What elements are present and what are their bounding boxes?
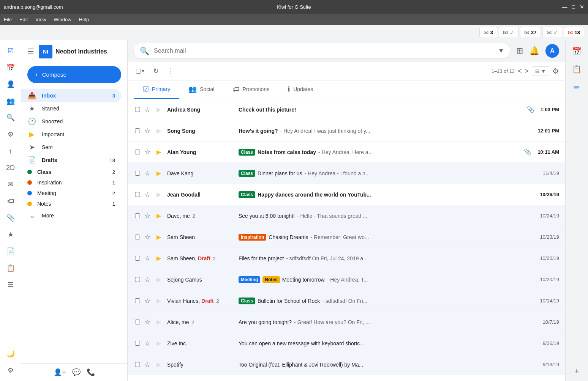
rail-settings-icon[interactable]: ⚙ bbox=[3, 363, 18, 378]
email-checkbox-6[interactable] bbox=[134, 235, 141, 239]
star-icon-9[interactable]: ☆ bbox=[144, 297, 153, 305]
avatar[interactable]: A bbox=[545, 44, 559, 58]
rail-star-icon[interactable]: ★ bbox=[3, 227, 18, 242]
sidebar-item-starred[interactable]: ★ Starred bbox=[21, 102, 121, 115]
important-icon-1[interactable]: ▶ bbox=[156, 127, 164, 134]
email-checkbox-2[interactable] bbox=[134, 150, 141, 154]
star-icon-0[interactable]: ☆ bbox=[144, 105, 153, 114]
sidebar-item-inspiration[interactable]: Inspiration 1 bbox=[21, 177, 121, 188]
footer-phone-icon[interactable]: 📞 bbox=[87, 368, 95, 376]
email-checkbox-4[interactable] bbox=[134, 192, 141, 197]
rail-calendar-icon[interactable]: 📅 bbox=[3, 60, 18, 75]
rail-tag-icon[interactable]: 🏷 bbox=[3, 194, 18, 209]
email-row-8[interactable]: ☆▶Sejong CamusMeetingNotesMeeting tomorr… bbox=[128, 269, 565, 290]
rail-arrow-icon[interactable]: ↑ bbox=[3, 143, 18, 159]
right-panel-add-button[interactable]: + bbox=[570, 364, 584, 378]
sidebar-item-more[interactable]: ⌄ More bbox=[21, 209, 121, 222]
tab-promotions[interactable]: 🏷 Promotions bbox=[223, 80, 278, 99]
badge-btn-3[interactable]: ✉ 27 bbox=[520, 27, 541, 38]
select-all-button[interactable]: ▼ bbox=[134, 64, 147, 78]
star-icon-1[interactable]: ☆ bbox=[144, 127, 153, 135]
email-row-1[interactable]: ☆▶Song SongHow's it going? - Hey Andrea!… bbox=[128, 120, 565, 142]
rail-clip-icon[interactable]: 📎 bbox=[3, 210, 18, 225]
rail-filter-icon[interactable]: ⚙ bbox=[3, 127, 18, 142]
notifications-icon[interactable]: 🔔 bbox=[529, 46, 539, 56]
email-row-3[interactable]: ☆▶Dave KangClassDinner plans for us - He… bbox=[128, 163, 565, 184]
menu-edit[interactable]: Edit bbox=[19, 17, 28, 22]
email-checkbox-11[interactable] bbox=[134, 341, 141, 346]
rail-moon-icon[interactable]: 🌙 bbox=[3, 346, 18, 361]
star-icon-2[interactable]: ☆ bbox=[144, 148, 153, 156]
email-row-9[interactable]: ☆▶Vivian Hanes, Draft 2ClassBulletin for… bbox=[128, 290, 565, 312]
important-icon-0[interactable]: ▶ bbox=[156, 106, 164, 113]
sidebar-item-notes[interactable]: Notes 1 bbox=[21, 198, 121, 209]
important-icon-10[interactable]: ▶ bbox=[156, 318, 164, 326]
rail-doc-icon[interactable]: 📄 bbox=[3, 244, 18, 259]
email-row-2[interactable]: ☆▶Alan YoungClassNotes from calss today … bbox=[128, 142, 565, 163]
select-dropdown-icon[interactable]: ▼ bbox=[141, 69, 145, 73]
email-checkbox-8[interactable] bbox=[134, 277, 141, 282]
star-icon-4[interactable]: ☆ bbox=[144, 190, 153, 199]
email-checkbox-3[interactable] bbox=[134, 171, 141, 176]
right-panel-notes-icon[interactable]: 📋 bbox=[569, 61, 585, 77]
important-icon-8[interactable]: ▶ bbox=[156, 276, 164, 283]
important-icon-5[interactable]: ▶ bbox=[156, 212, 164, 219]
important-icon-4[interactable]: ▶ bbox=[156, 191, 164, 198]
minimize-button[interactable]: — bbox=[562, 4, 567, 10]
rail-contacts-icon[interactable]: 👤 bbox=[3, 77, 18, 92]
compose-button[interactable]: + Compose bbox=[27, 66, 121, 83]
email-checkbox-10[interactable] bbox=[134, 320, 141, 324]
next-page-button[interactable]: > bbox=[525, 67, 529, 75]
important-icon-3[interactable]: ▶ bbox=[156, 170, 164, 177]
tab-updates[interactable]: ℹ Updates bbox=[278, 80, 322, 99]
important-icon-7[interactable]: ▶ bbox=[156, 255, 164, 262]
rail-mail2-icon[interactable]: ✉ bbox=[3, 177, 18, 192]
footer-chat-icon[interactable]: 💬 bbox=[72, 368, 81, 376]
star-icon-11[interactable]: ☆ bbox=[144, 339, 153, 348]
footer-add-person-icon[interactable]: 👤+ bbox=[54, 368, 66, 376]
right-panel-edit-icon[interactable]: ✏ bbox=[569, 80, 585, 95]
menu-help[interactable]: Help bbox=[79, 17, 89, 22]
email-row-5[interactable]: ☆▶Dave, me 2See you at 6:00 tonight! - H… bbox=[128, 205, 565, 227]
sidebar-item-important[interactable]: ▶ Important bbox=[21, 128, 121, 141]
star-icon-12[interactable]: ☆ bbox=[144, 361, 153, 369]
email-row-6[interactable]: ☆▶Sam SheenInspirationChasing Dreams - R… bbox=[128, 227, 565, 248]
prev-page-button[interactable]: < bbox=[518, 67, 522, 75]
view-selector[interactable]: ⊟ ▼ bbox=[532, 66, 549, 76]
apps-grid-icon[interactable]: ⊞ bbox=[516, 46, 523, 56]
star-icon-10[interactable]: ☆ bbox=[144, 318, 153, 326]
sidebar-item-snoozed[interactable]: 🕐 Snoozed bbox=[21, 115, 121, 128]
star-icon-6[interactable]: ☆ bbox=[144, 233, 153, 241]
email-row-7[interactable]: ☆▶Sam Sheen, Draft 2Files for the projec… bbox=[128, 248, 565, 269]
search-input[interactable] bbox=[154, 47, 493, 54]
search-dropdown-icon[interactable]: ▼ bbox=[498, 47, 504, 54]
email-checkbox-0[interactable] bbox=[134, 107, 141, 112]
important-icon-6[interactable]: ▶ bbox=[156, 233, 164, 241]
settings-button[interactable]: ⚙ bbox=[552, 66, 559, 76]
important-icon-12[interactable]: ▶ bbox=[156, 361, 164, 368]
star-icon-3[interactable]: ☆ bbox=[144, 169, 153, 178]
badge-btn-2[interactable]: ✉ ✓ bbox=[499, 27, 518, 38]
badge-btn-4[interactable]: ✉ ✓ bbox=[542, 27, 562, 38]
rail-2d-icon[interactable]: 2D bbox=[3, 160, 18, 175]
sidebar-item-class[interactable]: Class 2 bbox=[21, 167, 121, 177]
sidebar-item-inbox[interactable]: 📥 Inbox 3 bbox=[21, 89, 121, 102]
email-row-12[interactable]: ☆▶SpotifyToo Original (feat. Elliphant &… bbox=[128, 354, 565, 375]
tab-social[interactable]: 👥 Social bbox=[179, 80, 223, 99]
menu-view[interactable]: View bbox=[35, 17, 46, 22]
sidebar-item-sent[interactable]: ➤ Sent bbox=[21, 141, 121, 154]
email-row-10[interactable]: ☆▶Alice, me 2Are you going tonight? - Gr… bbox=[128, 312, 565, 333]
close-button[interactable]: ✕ bbox=[580, 4, 584, 10]
sidebar-item-drafts[interactable]: 📄 Drafts 18 bbox=[21, 154, 121, 167]
rail-list-icon[interactable]: ☰ bbox=[3, 277, 18, 292]
star-icon-5[interactable]: ☆ bbox=[144, 212, 153, 220]
email-row-4[interactable]: ☆▶Jean GoodallClassHappy dances around t… bbox=[128, 184, 565, 205]
email-checkbox-7[interactable] bbox=[134, 256, 141, 261]
rail-doc2-icon[interactable]: 📋 bbox=[3, 260, 18, 276]
star-icon-7[interactable]: ☆ bbox=[144, 254, 153, 263]
star-icon-8[interactable]: ☆ bbox=[144, 276, 153, 284]
important-icon-11[interactable]: ▶ bbox=[156, 340, 164, 347]
rail-search-icon[interactable]: 🔍 bbox=[3, 110, 18, 125]
email-row-11[interactable]: ☆▶Zive Inc.You can open a new message wi… bbox=[128, 333, 565, 354]
more-options-button[interactable]: ⋮ bbox=[164, 64, 178, 78]
